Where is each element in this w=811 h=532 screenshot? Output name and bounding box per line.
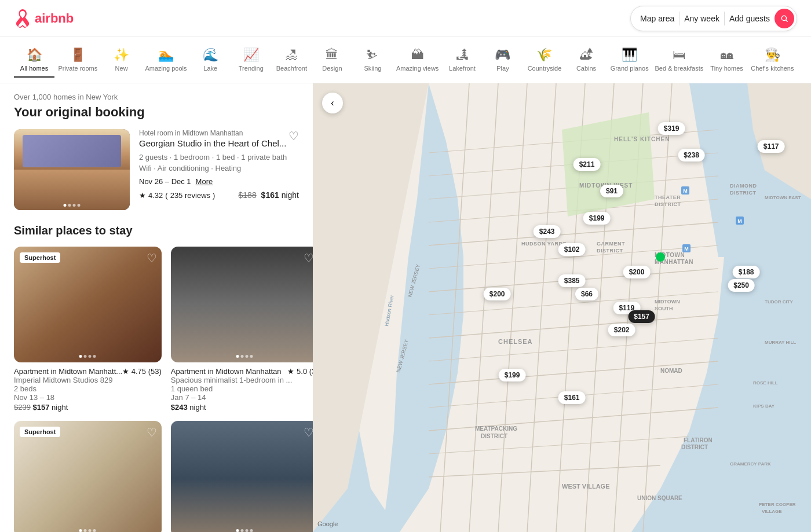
category-lakefront[interactable]: 🏞 Lakefront	[442, 43, 483, 78]
booking-name[interactable]: Georgian Studio in the Heart of Chel...	[139, 138, 299, 148]
price-pin-p16[interactable]: $157	[628, 310, 655, 323]
category-all-homes[interactable]: 🏠 All homes	[14, 43, 54, 78]
svg-text:DISTRICT: DISTRICT	[655, 201, 681, 207]
cat-label-chefs-kitchens: Chef's kitchens	[751, 65, 794, 72]
category-amazing-views[interactable]: 🏔 Amazing views	[393, 43, 442, 78]
category-chefs-kitchens[interactable]: 👨‍🍳 Chef's kitchens	[748, 43, 797, 78]
price-pin-p1[interactable]: $319	[658, 122, 685, 135]
collapse-icon: ‹	[331, 98, 334, 108]
cat-icon-grand-pianos: 🎹	[622, 47, 637, 63]
svg-text:MIDTOWN: MIDTOWN	[655, 299, 680, 304]
price-pin-p7[interactable]: $243	[534, 225, 561, 238]
price-pin-p14[interactable]: $250	[728, 279, 755, 292]
place-img-bg-3	[14, 421, 162, 532]
price-pin-p2[interactable]: $211	[573, 158, 601, 171]
place-heart-2[interactable]: ♡	[304, 251, 313, 265]
dot-1	[64, 204, 67, 207]
category-play[interactable]: 🎮 Play	[483, 43, 523, 78]
bookmark-button[interactable]: ♡	[288, 129, 299, 143]
cat-label-play: Play	[496, 65, 509, 72]
price-pin-p6[interactable]: $199	[583, 212, 611, 225]
place-heart-3[interactable]: ♡	[147, 425, 157, 439]
category-lake[interactable]: 🌊 Lake	[190, 43, 231, 78]
booking-more-link[interactable]: More	[196, 177, 213, 186]
map-svg: NEW JERSEY NEW JERSEY HELL'S KITCHEN MID…	[313, 83, 811, 532]
price-pin-p9[interactable]: $200	[623, 266, 651, 278]
price-pin-p3[interactable]: $238	[678, 149, 705, 162]
logo[interactable]: airbnb	[14, 9, 74, 28]
dot-d	[250, 529, 253, 532]
place-card-3[interactable]: Superhost ♡ Apartment in Midtown Manhatt…	[14, 421, 162, 532]
star-icon: ★	[139, 191, 146, 200]
cat-label-tiny-homes: Tiny homes	[710, 65, 743, 72]
search-button[interactable]	[775, 9, 794, 28]
place-img-bg-4	[171, 421, 313, 532]
price-pin-p13[interactable]: $188	[733, 266, 760, 278]
place-price-2: $243 night	[171, 403, 313, 412]
place-dates2-2: Jan 7 – 14	[171, 393, 313, 402]
price-pin-p8[interactable]: $102	[558, 243, 586, 256]
svg-text:DISTRICT: DISTRICT	[597, 248, 623, 254]
place-card-2[interactable]: ♡ Apartment in Midtown Manhattan ★ 5.0 (…	[171, 247, 313, 412]
img-dots-1	[79, 355, 96, 358]
category-design[interactable]: 🏛 Design	[312, 43, 352, 78]
category-cabins[interactable]: 🏕 Cabins	[566, 43, 607, 78]
category-trending[interactable]: 📈 Trending	[231, 43, 271, 78]
cat-label-skiing: Skiing	[364, 65, 381, 72]
category-nav: 🏠 All homes 🚪 Private rooms ✨ New 🏊 Amaz…	[0, 37, 811, 83]
category-amazing-pools[interactable]: 🏊 Amazing pools	[142, 43, 191, 78]
place-heart-4[interactable]: ♡	[304, 425, 313, 439]
search-area[interactable]: Map area	[640, 14, 674, 23]
search-guests[interactable]: Add guests	[729, 14, 770, 23]
price-pin-p12[interactable]: $200	[484, 288, 511, 300]
price-pin-p11[interactable]: $66	[575, 288, 598, 300]
place-meta-1: Imperial Midtown Studios 829	[14, 376, 162, 384]
cat-icon-chefs-kitchens: 👨‍🍳	[765, 47, 780, 63]
svg-text:UNION SQUARE: UNION SQUARE	[637, 495, 682, 501]
category-grand-pianos[interactable]: 🎹 Grand pianos	[607, 43, 652, 78]
cat-label-design: Design	[322, 65, 342, 72]
logo-text: airbnb	[35, 11, 74, 26]
svg-text:SOUTH: SOUTH	[655, 306, 673, 311]
map-panel: NEW JERSEY NEW JERSEY HELL'S KITCHEN MID…	[313, 83, 811, 532]
place-card-1[interactable]: Superhost ♡ Apartment in Midtown Manhatt…	[14, 247, 162, 412]
category-bed-breakfasts[interactable]: 🛏 Bed & breakfasts	[652, 43, 706, 78]
dot-b	[241, 529, 244, 532]
booking-price-new: $161	[261, 190, 279, 200]
category-tiny-homes[interactable]: 🏘 Tiny homes	[706, 43, 747, 78]
price-pin-p10[interactable]: $385	[558, 274, 586, 287]
booking-room-sim	[14, 129, 130, 210]
cat-icon-tiny-homes: 🏘	[721, 47, 733, 63]
price-pin-p17[interactable]: $202	[608, 324, 635, 336]
price-pin-p5[interactable]: $91	[600, 185, 623, 197]
svg-text:M: M	[683, 188, 688, 194]
airbnb-logo-icon	[14, 9, 31, 28]
dot-b	[84, 355, 87, 358]
places-grid: Superhost ♡ Apartment in Midtown Manhatt…	[14, 247, 299, 532]
cat-label-amazing-pools: Amazing pools	[145, 65, 187, 72]
price-pin-p4[interactable]: $117	[758, 140, 785, 153]
left-panel: Over 1,000 homes in New York Your origin…	[0, 83, 313, 532]
cat-icon-all-homes: 🏠	[27, 47, 42, 63]
cat-icon-amazing-views: 🏔	[411, 47, 424, 63]
cat-label-bed-breakfasts: Bed & breakfasts	[655, 65, 703, 72]
svg-text:DIAMOND: DIAMOND	[730, 183, 757, 189]
booking-price-unit: night	[282, 190, 299, 200]
place-card-4[interactable]: ♡ Apartment in Midtown Manhatt... ★ 4.62…	[171, 421, 313, 532]
category-skiing[interactable]: ⛷ Skiing	[352, 43, 393, 78]
category-private-rooms[interactable]: 🚪 Private rooms	[54, 43, 101, 78]
cat-icon-play: 🎮	[495, 47, 510, 63]
price-pin-p19[interactable]: $161	[558, 391, 586, 404]
cat-label-lake: Lake	[203, 65, 217, 72]
place-img-2: ♡	[171, 247, 313, 362]
img-dots-4	[236, 529, 253, 532]
category-beachfront[interactable]: 🏖 Beachfront	[271, 43, 312, 78]
price-pin-p18[interactable]: $199	[499, 369, 526, 381]
search-week[interactable]: Any week	[684, 14, 719, 23]
category-countryside[interactable]: 🌾 Countryside	[523, 43, 566, 78]
place-heart-1[interactable]: ♡	[147, 251, 157, 265]
dot-b	[84, 529, 87, 532]
collapse-map-button[interactable]: ‹	[322, 93, 343, 113]
category-new[interactable]: ✨ New	[101, 43, 142, 78]
place-title-row-1: Apartment in Midtown Manhatt... ★ 4.75 (…	[14, 367, 162, 376]
